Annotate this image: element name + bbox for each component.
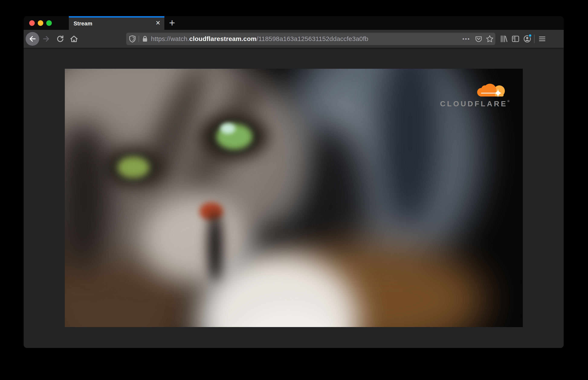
back-button[interactable] <box>26 30 39 48</box>
plus-icon: + <box>169 17 175 28</box>
site-security-button[interactable] <box>139 35 151 43</box>
new-tab-button[interactable]: + <box>167 18 178 29</box>
meatball-icon: ••• <box>462 36 470 42</box>
url-text[interactable]: https://watch.cloudflarestream.com/11859… <box>151 35 368 42</box>
cloudflare-wordmark: CLOUDFLARE® <box>440 99 513 108</box>
cloudflare-cloud-icon <box>474 81 508 97</box>
home-button[interactable] <box>68 30 80 48</box>
back-arrow-icon <box>28 35 37 43</box>
library-button[interactable] <box>498 30 510 48</box>
sidebar-button[interactable] <box>510 30 521 48</box>
page-content: CLOUDFLARE® <box>24 49 564 348</box>
tab-stream[interactable]: Stream ✕ <box>69 16 164 30</box>
tab-bar: Stream ✕ + <box>24 16 564 30</box>
address-bar[interactable]: https://watch.cloudflarestream.com/11859… <box>126 33 495 45</box>
notification-dot <box>528 34 532 37</box>
url-prefix: https://watch. <box>151 35 189 42</box>
macos-minimize-button[interactable] <box>38 20 43 26</box>
library-icon <box>500 35 508 43</box>
urlbar-actions: ••• <box>459 33 495 45</box>
reload-button[interactable] <box>54 30 66 48</box>
cat-eye-highlight <box>221 123 235 134</box>
page-actions-button[interactable]: ••• <box>459 33 473 45</box>
lock-icon <box>141 35 149 43</box>
cloudflare-logo: CLOUDFLARE® <box>440 81 513 108</box>
browser-window: Stream ✕ + <box>24 16 564 348</box>
close-icon: ✕ <box>156 20 160 26</box>
forward-arrow-icon <box>42 35 51 43</box>
macos-zoom-button[interactable] <box>46 20 52 26</box>
registered-mark: ® <box>507 99 510 103</box>
home-icon <box>69 34 78 43</box>
url-path: /118598a163a125631152ddaccfe3a0fb <box>257 35 368 42</box>
reload-icon <box>56 35 65 43</box>
url-domain: cloudflarestream.com <box>189 35 257 42</box>
forward-button[interactable] <box>40 30 52 48</box>
video-player[interactable]: CLOUDFLARE® <box>65 69 523 327</box>
menu-button[interactable] <box>536 30 548 48</box>
pocket-icon <box>475 35 483 43</box>
pocket-button[interactable] <box>473 33 484 45</box>
cat-mouth-blob <box>208 211 223 281</box>
navigation-toolbar: https://watch.cloudflarestream.com/11859… <box>24 30 564 48</box>
hamburger-icon <box>538 35 546 43</box>
tab-title: Stream <box>73 16 92 30</box>
cat-eye-left <box>118 157 149 178</box>
sidebar-icon <box>511 35 520 43</box>
shield-icon <box>129 35 136 43</box>
macos-close-button[interactable] <box>29 20 35 26</box>
tracking-protection-button[interactable] <box>126 35 138 43</box>
account-button[interactable] <box>521 30 533 48</box>
tab-close-button[interactable]: ✕ <box>154 19 162 27</box>
toolbar-divider <box>534 35 535 43</box>
back-button-circle <box>26 32 39 46</box>
bookmark-button[interactable] <box>484 33 495 45</box>
star-icon <box>486 35 494 43</box>
